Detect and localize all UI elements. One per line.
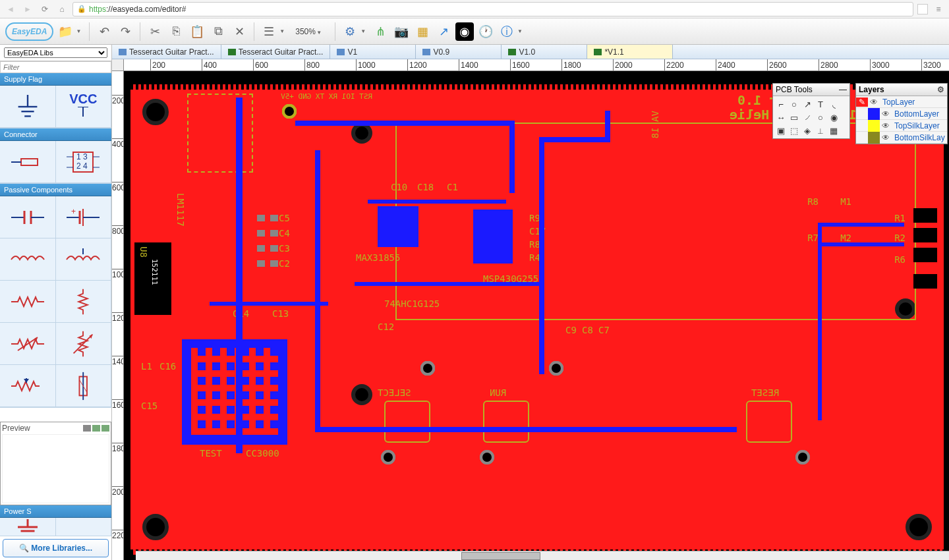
url-bar[interactable]: 🔒 https://easyeda.com/editor#: [72, 2, 913, 16]
tab[interactable]: Tesseract Guitar Pract...: [112, 45, 221, 59]
3d-button[interactable]: ◉: [455, 22, 474, 41]
copy2-button[interactable]: ⧉: [209, 22, 227, 41]
part-inductor2[interactable]: [56, 238, 112, 281]
track-tool[interactable]: ⌐: [775, 98, 787, 110]
eye-icon[interactable]: 👁: [868, 98, 880, 107]
open-button[interactable]: 📁: [56, 22, 74, 41]
preview-icon-3[interactable]: [101, 425, 109, 432]
text-tool[interactable]: T: [815, 98, 826, 110]
measure-tool[interactable]: ⟂: [815, 125, 826, 136]
area-tool[interactable]: ⬚: [788, 125, 800, 136]
section-connector[interactable]: Connector: [0, 128, 111, 141]
pencil-icon[interactable]: ✎: [856, 98, 868, 107]
cut-button[interactable]: ✂: [146, 22, 164, 41]
line-tool[interactable]: ⟋: [801, 111, 813, 123]
bom-button[interactable]: ▦: [413, 22, 432, 41]
paste-button[interactable]: 📋: [188, 22, 206, 41]
home-button[interactable]: ⌂: [55, 3, 69, 16]
camera-button[interactable]: 📷: [392, 22, 411, 41]
section-power[interactable]: Power S: [0, 505, 111, 518]
eye-icon[interactable]: 👁: [880, 133, 892, 142]
align-button[interactable]: ☰: [260, 22, 278, 41]
hole-tool[interactable]: ◉: [828, 111, 840, 123]
section-supply-flag[interactable]: Supply Flag: [0, 73, 111, 86]
undo-button[interactable]: ↶: [95, 22, 113, 41]
filter-input[interactable]: [0, 61, 111, 73]
redo-button[interactable]: ↷: [116, 22, 134, 41]
layer-name: TopSilkLayer: [892, 121, 947, 130]
silk-lm1117: LM1117: [175, 193, 186, 227]
tab[interactable]: V1: [330, 45, 416, 59]
preview-icon-1[interactable]: [83, 425, 91, 432]
zoom-display[interactable]: 350% ▼: [290, 27, 330, 36]
silk-c4: C4: [279, 228, 290, 238]
forward-button[interactable]: ►: [21, 3, 34, 16]
image-tool[interactable]: ▣: [775, 125, 787, 136]
layer-row[interactable]: 👁BottomLayer: [856, 108, 947, 120]
layer-name: TopLayer: [880, 98, 947, 107]
circle-tool[interactable]: ○: [815, 111, 826, 123]
part-varres1[interactable]: [0, 323, 56, 365]
history-button[interactable]: 🕐: [476, 22, 495, 41]
part-power[interactable]: [0, 518, 56, 536]
part-res2[interactable]: [56, 281, 112, 323]
layer-row[interactable]: ✎👁TopLayer: [856, 96, 947, 108]
eye-icon[interactable]: 👁: [880, 109, 892, 119]
ruler-vertical: 2004006008001000120014001600180020002200: [112, 71, 124, 560]
export-button[interactable]: ↗: [434, 22, 453, 41]
pcb-canvas[interactable]: Reflow Controller 1.0 (c) 2014 A. & M. H…: [124, 71, 949, 560]
share-button[interactable]: ⋔: [371, 22, 389, 41]
dim-tool[interactable]: ↔: [775, 111, 787, 123]
back-button[interactable]: ◄: [4, 3, 17, 16]
arc-tool[interactable]: ◟: [828, 98, 840, 110]
menu-button[interactable]: ≡: [932, 3, 945, 16]
part-inductor[interactable]: [0, 238, 56, 281]
silk-u8: U8: [138, 246, 149, 258]
part-cap[interactable]: [0, 196, 56, 238]
logo[interactable]: EasyEDA: [5, 22, 53, 41]
part-vcc[interactable]: VCC: [56, 86, 112, 128]
silk-l1: L1: [141, 361, 152, 372]
chip-msp430: [473, 210, 513, 264]
tab[interactable]: V1.0: [502, 45, 587, 59]
layer-row[interactable]: 👁TopSilkLayer: [856, 120, 947, 132]
lib-selector[interactable]: EasyEDA Libs: [4, 47, 107, 58]
pad-tool[interactable]: ○: [788, 98, 800, 110]
part-power2[interactable]: [56, 518, 112, 536]
scrollbar-horizontal[interactable]: [136, 551, 949, 560]
part-conn2[interactable]: 1 32 4: [56, 141, 112, 183]
part-pot[interactable]: [0, 365, 56, 407]
layer-swatch: [868, 108, 880, 120]
part-cap-pol[interactable]: +: [56, 196, 112, 238]
rect-tool[interactable]: ▭: [788, 111, 800, 123]
pcb-tools-panel[interactable]: PCB Tools— ⌐ ○ ↗ T ◟ ↔ ▭ ⟋ ○ ◉ ▣ ⬚ ◈ ⟂ ▦: [772, 83, 850, 139]
part-gnd[interactable]: [0, 86, 56, 128]
tab[interactable]: Tesseract Guitar Pract...: [221, 45, 331, 59]
preview-icon-2[interactable]: [92, 425, 100, 432]
layers-panel[interactable]: Layers⚙ ✎👁TopLayer👁BottomLayer👁TopSilkLa…: [855, 83, 948, 144]
group-tool[interactable]: ▦: [828, 125, 840, 136]
minimize-icon[interactable]: —: [839, 85, 847, 94]
info-button[interactable]: ⓘ: [498, 22, 516, 41]
silk-c10: C10: [391, 182, 407, 192]
region-tool[interactable]: ◈: [801, 125, 813, 136]
part-res1[interactable]: [0, 281, 56, 323]
via-tool[interactable]: ↗: [801, 98, 813, 110]
eye-icon[interactable]: 👁: [880, 121, 892, 130]
gear-icon[interactable]: ⚙: [937, 85, 944, 94]
part-conn1[interactable]: [0, 141, 56, 183]
layer-row[interactable]: 👁BottomSilkLay: [856, 132, 947, 144]
reload-button[interactable]: ⟳: [38, 3, 51, 16]
part-fuse[interactable]: [56, 365, 112, 407]
silk-c1: C1: [447, 182, 458, 192]
copy-button[interactable]: ⎘: [167, 22, 185, 41]
layer-swatch: [868, 132, 880, 144]
tab[interactable]: V0.9: [416, 45, 502, 59]
part-varres2[interactable]: [56, 323, 112, 365]
mounting-hole: [906, 514, 932, 540]
tab[interactable]: *V1.1: [587, 45, 673, 59]
settings-button[interactable]: ⚙: [341, 22, 359, 41]
delete-button[interactable]: ✕: [230, 22, 248, 41]
section-passive[interactable]: Passive Components: [0, 184, 111, 196]
more-libraries-button[interactable]: More Libraries...: [3, 539, 109, 557]
